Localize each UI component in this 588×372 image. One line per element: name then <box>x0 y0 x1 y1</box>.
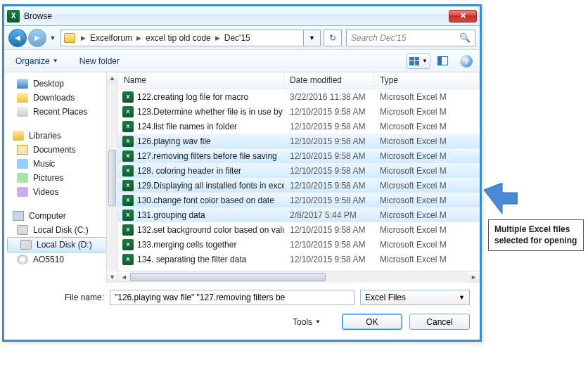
ico-disk-icon <box>20 240 32 250</box>
excel-file-icon: X <box>122 106 134 117</box>
file-row[interactable]: X131.grouping data 2/8/2017 5:44 PM Micr… <box>118 207 480 222</box>
sidebar-item-drive[interactable]: AO5510 <box>4 252 117 267</box>
sidebar-item-recent-places[interactable]: Recent Places <box>4 105 117 119</box>
scroll-thumb[interactable] <box>130 273 326 281</box>
sidebar-item-drive[interactable]: Local Disk (C:) <box>4 223 117 237</box>
chevron-down-icon: ▼ <box>459 294 465 301</box>
back-button[interactable]: ◄ <box>8 29 27 47</box>
libraries-icon <box>13 131 24 141</box>
file-row[interactable]: X122.creating log file for macro 3/22/20… <box>118 89 480 104</box>
scroll-right-icon[interactable]: ► <box>468 271 480 283</box>
horizontal-scrollbar[interactable]: ◄ ► <box>118 271 480 283</box>
sidebar-item-documents[interactable]: Documents <box>4 143 117 157</box>
ok-button[interactable]: OK <box>342 314 402 330</box>
file-row[interactable]: X124.list file names in folder 12/10/201… <box>118 119 480 134</box>
column-headers: Name Date modified Type <box>118 72 480 89</box>
excel-app-icon: X <box>7 10 20 23</box>
excel-file-icon: X <box>122 136 134 147</box>
sidebar-item-drive[interactable]: Local Disk (D:) <box>7 237 115 252</box>
sidebar-item-desktop[interactable]: Desktop <box>4 77 117 91</box>
scroll-left-icon[interactable]: ◄ <box>118 271 130 283</box>
scroll-thumb[interactable] <box>108 150 116 206</box>
crumb-exceltip[interactable]: excel tip old code <box>143 33 214 43</box>
browse-dialog: X Browse ✕ ◄ ► ▼ ▶ Excelforum ▶ excel ti… <box>2 4 482 342</box>
file-row[interactable]: X133.merging cells together 12/10/2015 9… <box>118 237 480 252</box>
crumb-excelforum[interactable]: Excelforum <box>87 33 135 43</box>
column-date[interactable]: Date modified <box>284 72 374 89</box>
file-row[interactable]: X134. separating the filter data 12/10/2… <box>118 252 480 267</box>
ico-pic-icon <box>17 173 28 183</box>
cancel-button[interactable]: Cancel <box>409 314 470 330</box>
chevron-down-icon: ▼ <box>53 58 58 64</box>
preview-pane-icon <box>437 56 448 65</box>
preview-pane-button[interactable] <box>430 53 454 69</box>
sidebar-item-music[interactable]: Music <box>4 157 117 171</box>
file-rows: X122.creating log file for macro 3/22/20… <box>118 89 480 271</box>
view-button[interactable]: ▼ <box>407 53 430 69</box>
excel-file-icon: X <box>122 165 134 177</box>
nav-history-dropdown[interactable]: ▼ <box>48 31 58 45</box>
sidebar-libraries-header[interactable]: Libraries <box>4 129 117 143</box>
ico-recent-icon <box>17 107 28 117</box>
toolbar: Organize▼ New folder ▼ ? <box>4 50 480 72</box>
excel-file-icon: X <box>122 210 134 221</box>
file-row[interactable]: X130.change font color based on date 12/… <box>118 193 480 207</box>
crumb-dec15[interactable]: Dec'15 <box>222 33 253 43</box>
scroll-down-icon[interactable]: ▼ <box>107 271 117 283</box>
navbar: ◄ ► ▼ ▶ Excelforum ▶ excel tip old code … <box>4 26 480 50</box>
organize-button[interactable]: Organize▼ <box>11 53 63 69</box>
chevron-right-icon: ▶ <box>79 34 87 41</box>
search-icon: 🔍 <box>459 32 471 43</box>
tools-button[interactable]: Tools ▼ <box>293 317 321 327</box>
filename-label: File name: <box>14 293 104 302</box>
sidebar-scrollbar[interactable]: ▲ ▼ <box>106 72 117 283</box>
chevron-right-icon: ▶ <box>214 34 222 41</box>
column-name[interactable]: Name <box>118 72 284 89</box>
excel-file-icon: X <box>122 224 134 236</box>
ico-vid-icon <box>17 187 28 197</box>
file-row[interactable]: X126.playing wav file 12/10/2015 9:58 AM… <box>118 134 480 148</box>
dialog-footer: File name: Excel Files ▼ Tools ▼ OK Canc… <box>4 283 480 340</box>
computer-icon <box>13 211 24 221</box>
excel-file-icon: X <box>122 121 134 132</box>
ico-desktop-icon <box>17 79 28 89</box>
ico-disk-icon <box>17 225 28 235</box>
file-row[interactable]: X132.set background color based on value… <box>118 222 480 237</box>
scroll-up-icon[interactable]: ▲ <box>107 72 117 84</box>
excel-file-icon: X <box>122 254 134 265</box>
file-row[interactable]: X128. coloring header in filter 12/10/20… <box>118 163 480 178</box>
filename-input[interactable] <box>110 290 354 305</box>
file-row[interactable]: X123.Determine whether file is in use by… <box>118 104 480 119</box>
breadcrumb-dropdown[interactable]: ▼ <box>304 30 321 46</box>
folder-icon <box>64 33 75 43</box>
svg-marker-0 <box>484 183 518 214</box>
ico-dl-icon <box>17 93 28 103</box>
chevron-down-icon: ▼ <box>315 319 321 325</box>
file-row[interactable]: X127.removing filters before file saving… <box>118 148 480 163</box>
view-icon <box>409 57 419 65</box>
column-type[interactable]: Type <box>374 72 480 89</box>
file-list-pane: Name Date modified Type X122.creating lo… <box>118 72 480 283</box>
breadcrumb[interactable]: ▶ Excelforum ▶ excel tip old code ▶ Dec'… <box>60 30 304 46</box>
sidebar: Desktop Downloads Recent Places Librarie… <box>4 72 118 283</box>
ico-cd-icon <box>17 255 28 264</box>
close-button[interactable]: ✕ <box>449 10 477 23</box>
sidebar-computer-header[interactable]: Computer <box>4 209 117 223</box>
chevron-down-icon: ▼ <box>422 58 428 64</box>
refresh-button[interactable]: ↻ <box>324 30 342 46</box>
ico-doc-icon <box>17 145 28 155</box>
sidebar-item-pictures[interactable]: Pictures <box>4 171 117 185</box>
file-filter-combo[interactable]: Excel Files ▼ <box>360 290 470 305</box>
annotation-arrow <box>484 183 518 214</box>
titlebar: X Browse ✕ <box>4 6 480 26</box>
excel-file-icon: X <box>122 195 134 206</box>
excel-file-icon: X <box>122 239 134 250</box>
search-input[interactable]: Search Dec'15 🔍 <box>346 30 475 46</box>
forward-button[interactable]: ► <box>28 29 46 47</box>
sidebar-item-videos[interactable]: Videos <box>4 185 117 199</box>
new-folder-button[interactable]: New folder <box>75 53 124 69</box>
sidebar-item-downloads[interactable]: Downloads <box>4 91 117 105</box>
help-button[interactable]: ? <box>460 55 473 68</box>
dialog-body: Desktop Downloads Recent Places Librarie… <box>4 72 480 283</box>
file-row[interactable]: X129.Displaying all installed fonts in e… <box>118 178 480 193</box>
